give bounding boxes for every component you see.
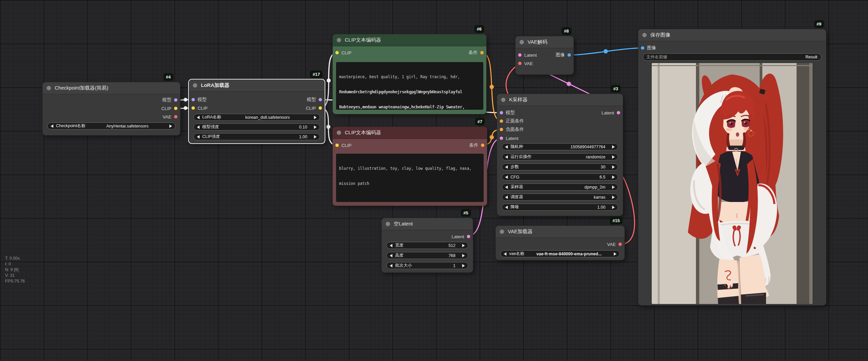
node-clip-text-encode-negative[interactable]: #7 CLIP文本编码器 CLIP 条件 blurry, illustratio… — [333, 127, 487, 206]
decrement-arrow-icon[interactable] — [390, 244, 393, 247]
model-input-port[interactable] — [500, 111, 503, 114]
conditioning-output-port[interactable] — [480, 51, 484, 54]
denoise-widget[interactable]: 降噪 1.00 — [502, 204, 618, 211]
positive-cond-input-port[interactable] — [500, 119, 503, 123]
decrement-arrow-icon[interactable] — [505, 176, 508, 179]
collapse-dot-icon[interactable] — [642, 33, 647, 37]
widget-value: 768 — [406, 253, 460, 258]
collapse-dot-icon[interactable] — [46, 86, 51, 90]
decrement-arrow-icon[interactable] — [197, 125, 199, 129]
width-widget[interactable]: 宽度 512 — [386, 242, 468, 249]
checkpoint-name-widget[interactable]: Checkpoint名称 AnyHentai.safetensors — [47, 122, 176, 129]
collapse-dot-icon[interactable] — [501, 98, 505, 102]
decrement-arrow-icon[interactable] — [390, 264, 393, 267]
collapse-dot-icon[interactable] — [193, 83, 197, 88]
height-widget[interactable]: 高度 768 — [386, 252, 468, 259]
cfg-widget[interactable]: CFG 6.5 — [502, 174, 618, 181]
stats-line: FPS:75.76 — [5, 278, 25, 284]
model-output-port[interactable] — [174, 98, 178, 102]
clip-output-port[interactable] — [174, 107, 178, 110]
increment-arrow-icon[interactable] — [612, 176, 615, 179]
increment-arrow-icon[interactable] — [612, 195, 615, 199]
increment-arrow-icon[interactable] — [462, 264, 465, 267]
increment-arrow-icon[interactable] — [614, 252, 616, 255]
model-output-port[interactable] — [319, 98, 322, 101]
widget-value: 512 — [406, 243, 460, 248]
node-vae-loader[interactable]: #15 VAE加载器 VAE vae名称 vae-ft-mse-840000-e… — [496, 226, 624, 260]
decrement-arrow-icon[interactable] — [197, 135, 199, 139]
decrement-arrow-icon[interactable] — [390, 254, 393, 257]
batch-size-widget[interactable]: 批次大小 1 — [386, 262, 468, 269]
vae-output-port[interactable] — [174, 115, 178, 118]
node-vae-decode[interactable]: #8 VAE解码 Latent VAE 图像 — [516, 36, 574, 74]
steps-widget[interactable]: 步数 30 — [502, 163, 618, 171]
clip-input-port[interactable] — [335, 51, 339, 54]
increment-arrow-icon[interactable] — [462, 254, 465, 257]
decrement-arrow-icon[interactable] — [505, 206, 508, 209]
widget-label: 随机种 — [510, 144, 523, 150]
increment-arrow-icon[interactable] — [612, 155, 615, 159]
node-clip-text-encode-positive[interactable]: #6 CLIP文本编码器 CLIP 条件 masterpiece, best q… — [333, 34, 486, 114]
decrement-arrow-icon[interactable] — [51, 124, 53, 128]
collapse-dot-icon[interactable] — [386, 222, 390, 226]
collapse-dot-icon[interactable] — [337, 130, 341, 135]
increment-arrow-icon[interactable] — [612, 206, 615, 209]
model-input-port[interactable] — [191, 98, 195, 101]
node-checkpoint-loader[interactable]: #4 Checkpoint加载器(简易) 模型 CLIP VAE Checkpo… — [42, 82, 180, 135]
control-after-generate-widget[interactable]: 运行后操作 randomize — [502, 153, 618, 160]
port-label: 模型 — [197, 97, 207, 103]
latent-output-port[interactable] — [617, 111, 620, 114]
node-save-image[interactable]: #9 保存图像 图像 文件名前缀 Result — [638, 29, 826, 305]
decrement-arrow-icon[interactable] — [505, 166, 508, 169]
scheduler-widget[interactable]: 调度器 karras — [502, 193, 618, 201]
latent-input-port[interactable] — [518, 53, 522, 57]
clip-input-port[interactable] — [335, 144, 339, 147]
decrement-arrow-icon[interactable] — [197, 116, 199, 119]
increment-arrow-icon[interactable] — [169, 124, 172, 128]
node-lora-loader[interactable]: #17 LoRA加载器 模型 CLIP 模型 CLIP LoRA名称 korea… — [189, 80, 325, 143]
decrement-arrow-icon[interactable] — [505, 155, 508, 159]
conditioning-output-port[interactable] — [481, 144, 484, 147]
model-strength-widget[interactable]: 模型强度 0.10 — [193, 123, 320, 130]
decrement-arrow-icon[interactable] — [505, 195, 508, 199]
negative-cond-input-port[interactable] — [500, 128, 503, 131]
port-label: 条件 — [469, 142, 478, 148]
node-empty-latent[interactable]: #5 空Latent Latent 宽度 512 高度 768 批次大小 1 — [382, 218, 473, 272]
increment-arrow-icon[interactable] — [462, 244, 465, 247]
widget-value: vae-ft-mse-840000-ema-pruned... — [527, 252, 611, 256]
image-output-port[interactable] — [567, 53, 571, 57]
increment-arrow-icon[interactable] — [612, 166, 615, 169]
decrement-arrow-icon[interactable] — [505, 185, 508, 189]
increment-arrow-icon[interactable] — [314, 135, 317, 139]
node-graph-canvas[interactable]: { "nodes": { "checkpoint": { "badge": "#… — [0, 0, 868, 361]
clip-input-port[interactable] — [191, 107, 195, 110]
vae-input-port[interactable] — [518, 62, 522, 65]
widget-label: 降噪 — [510, 204, 519, 210]
vae-name-widget[interactable]: vae名称 vae-ft-mse-840000-ema-pruned... — [500, 250, 620, 257]
node-ksampler[interactable]: #3 K采样器 模型 正面条件 负面条件 Latent Latent 随机种 1… — [497, 94, 623, 216]
positive-prompt-textarea[interactable]: masterpiece, best quality, 1 girl, Ray t… — [336, 62, 483, 110]
vae-output-port[interactable] — [618, 243, 622, 246]
decrement-arrow-icon[interactable] — [505, 145, 508, 149]
increment-arrow-icon[interactable] — [314, 125, 317, 129]
widget-value: 6.5 — [522, 175, 610, 180]
collapse-dot-icon[interactable] — [500, 230, 504, 234]
latent-input-port[interactable] — [500, 137, 503, 140]
collapse-dot-icon[interactable] — [337, 38, 341, 42]
sampler-widget[interactable]: 采样器 dpmpp_2m — [502, 183, 618, 190]
port-label: 图像 — [647, 45, 656, 51]
latent-output-port[interactable] — [467, 235, 470, 238]
seed-widget[interactable]: 随机种 150589044977764 — [502, 143, 618, 150]
increment-arrow-icon[interactable] — [612, 145, 615, 149]
clip-strength-widget[interactable]: CLIP强度 1.00 — [193, 133, 320, 140]
widget-value: 30 — [522, 165, 610, 170]
increment-arrow-icon[interactable] — [314, 116, 317, 119]
negative-prompt-textarea[interactable]: blurry, illustration, toy, clay, low qua… — [336, 154, 484, 202]
collapse-dot-icon[interactable] — [520, 40, 524, 44]
filename-prefix-widget[interactable]: 文件名前缀 Result — [643, 53, 822, 61]
decrement-arrow-icon[interactable] — [504, 252, 506, 255]
image-input-port[interactable] — [641, 46, 644, 50]
increment-arrow-icon[interactable] — [612, 185, 615, 189]
lora-name-widget[interactable]: LoRA名称 korean_doll.safetensors — [193, 114, 320, 121]
clip-output-port[interactable] — [319, 107, 322, 110]
